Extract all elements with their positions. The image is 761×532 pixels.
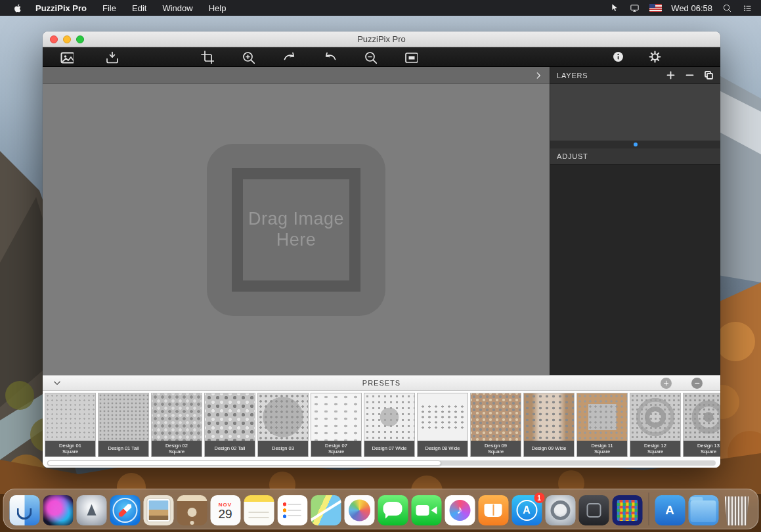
crop-button[interactable] — [198, 49, 216, 66]
dock-icon-contacts[interactable] — [177, 495, 207, 525]
open-image-button[interactable] — [57, 49, 76, 66]
redo-button[interactable] — [320, 49, 338, 66]
preset-image — [152, 393, 202, 441]
layers-opacity-slider[interactable] — [550, 141, 720, 148]
dock-icon-blue-app[interactable] — [655, 495, 685, 525]
app-window: PuzziPix Pro — [43, 32, 720, 468]
apple-menu[interactable] — [9, 3, 26, 13]
pointer-icon[interactable] — [609, 3, 620, 13]
settings-gear-button[interactable] — [645, 49, 664, 66]
preset-thumbnail[interactable]: Design 01 Square — [45, 393, 96, 457]
preset-thumbnail[interactable]: Design 07 Wide — [364, 393, 415, 457]
preset-thumbnail[interactable]: Design 13 Square — [683, 393, 720, 457]
adjust-title: ADJUST — [557, 152, 588, 160]
preset-thumbnail[interactable]: Design 09 Wide — [523, 393, 575, 457]
presets-scroll-area — [43, 458, 720, 468]
preset-thumbnail[interactable]: Design 09 Square — [470, 393, 521, 457]
layers-list — [550, 84, 720, 141]
preset-image — [205, 393, 255, 441]
menubar-app-name[interactable]: PuzziPix Pro — [29, 3, 93, 13]
preset-thumbnail[interactable]: Design 12 Square — [630, 393, 681, 457]
preset-thumbnail[interactable]: Design 07 Square — [311, 393, 362, 457]
add-preset-button[interactable]: + — [661, 378, 672, 389]
dock-icon-system-preferences[interactable] — [545, 495, 575, 525]
preset-image — [684, 393, 720, 441]
notification-list-icon[interactable] — [742, 3, 753, 13]
preview-image-button[interactable] — [401, 49, 420, 66]
preset-image — [258, 393, 308, 441]
dock-icon-music[interactable] — [445, 495, 475, 525]
preset-label: Design 01 Square — [45, 441, 95, 456]
menu-file[interactable]: File — [96, 3, 123, 13]
slider-thumb[interactable] — [634, 143, 638, 146]
menu-window[interactable]: Window — [156, 3, 199, 13]
preset-image — [524, 393, 574, 441]
zoom-in-button[interactable] — [238, 49, 257, 66]
preset-label: Design 12 Square — [630, 441, 680, 456]
duplicate-layer-icon[interactable] — [704, 70, 714, 80]
preset-image — [364, 393, 414, 441]
dock-icon-reminders[interactable] — [277, 495, 307, 525]
dock-separator — [648, 493, 649, 525]
dock-icon-messages[interactable] — [378, 495, 408, 525]
preset-thumbnail[interactable]: Design 08 Wide — [417, 393, 468, 457]
dock-icon-safari[interactable] — [110, 495, 140, 525]
dock-icon-utility[interactable] — [578, 495, 609, 525]
side-panel: LAYERS ADJUST — [550, 67, 720, 375]
dock-icon-launchpad[interactable] — [76, 495, 106, 525]
image-drop-zone[interactable]: Drag Image Here — [207, 144, 385, 316]
dock-icon-finder[interactable] — [9, 495, 39, 525]
zoom-out-button[interactable] — [360, 49, 379, 66]
dock-icon-books[interactable] — [478, 495, 508, 525]
dock-icon-notes[interactable] — [244, 495, 274, 525]
menu-edit[interactable]: Edit — [125, 3, 153, 13]
preset-label: Design 08 Wide — [418, 441, 467, 456]
dock-icon-app-store[interactable]: 1 — [511, 495, 542, 525]
undo-button[interactable] — [279, 49, 297, 66]
info-icon — [611, 50, 625, 64]
info-button[interactable] — [609, 49, 627, 66]
menubar-clock[interactable]: Wed 06:58 — [671, 3, 712, 13]
preset-image — [471, 393, 521, 441]
remove-layer-icon[interactable] — [685, 70, 695, 80]
preset-label: Design 02 Square — [152, 441, 202, 456]
dock-icon-preview[interactable] — [143, 495, 173, 525]
menu-help[interactable]: Help — [202, 3, 233, 13]
title-bar[interactable]: PuzziPix Pro — [43, 32, 720, 47]
presets-collapse-button[interactable] — [51, 376, 64, 389]
presets-strip: Design 01 SquareDesign 01 TallDesign 02 … — [43, 391, 720, 458]
preset-thumbnail[interactable]: Design 01 Tall — [98, 393, 149, 457]
remove-preset-button[interactable]: − — [691, 378, 703, 389]
toolbar — [43, 47, 720, 67]
dock-icon-siri[interactable] — [43, 495, 73, 525]
preset-thumbnail[interactable]: Design 02 Tall — [204, 393, 255, 457]
crop-icon — [200, 50, 214, 64]
zoom-in-icon — [241, 50, 255, 64]
display-icon[interactable] — [629, 3, 640, 13]
search-icon[interactable] — [722, 3, 733, 13]
preset-image — [577, 393, 627, 441]
panel-collapse-button[interactable] — [531, 68, 546, 83]
calendar-day: 29 — [218, 508, 232, 520]
add-layer-icon[interactable] — [666, 70, 676, 80]
undo-icon — [282, 50, 295, 64]
dock-icon-calendar[interactable]: NOV29 — [210, 495, 240, 525]
apple-icon — [14, 3, 22, 13]
preset-thumbnail[interactable]: Design 11 Square — [576, 393, 628, 457]
preset-label: Design 03 — [258, 441, 308, 456]
adjust-header: ADJUST — [550, 148, 720, 165]
canvas-header — [43, 67, 550, 84]
dock-icon-facetime[interactable] — [411, 495, 441, 525]
scrollbar-thumb[interactable] — [47, 460, 441, 466]
preset-thumbnail[interactable]: Design 03 — [257, 393, 309, 457]
canvas: Drag Image Here — [43, 84, 550, 375]
dock-icon-puzzipix[interactable] — [612, 495, 642, 525]
dock-icon-downloads[interactable] — [688, 495, 718, 525]
dock-icon-maps[interactable] — [311, 495, 341, 525]
us-flag-icon[interactable] — [649, 4, 662, 12]
preset-label: Design 11 Square — [577, 441, 627, 456]
preset-thumbnail[interactable]: Design 02 Square — [151, 393, 202, 457]
dock-icon-photos[interactable] — [344, 495, 374, 525]
dock-icon-trash[interactable] — [722, 495, 752, 525]
import-image-button[interactable] — [102, 49, 120, 66]
